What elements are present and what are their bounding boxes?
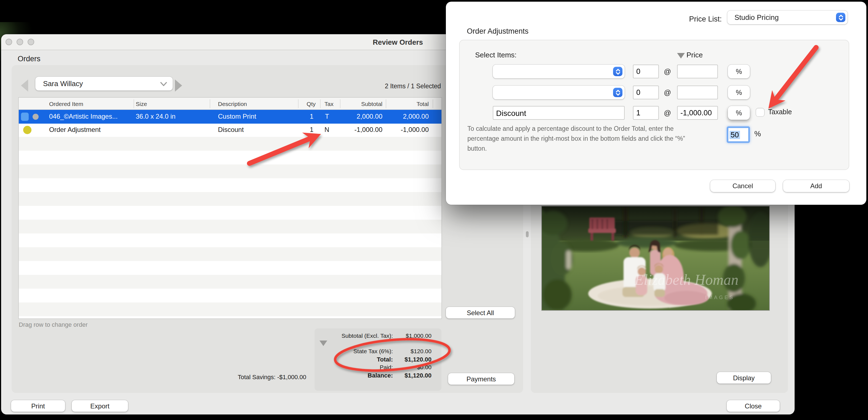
item-popup[interactable] xyxy=(493,65,625,78)
cell-size: 36.0 x 24.0 in xyxy=(136,113,176,120)
total-label: Total: xyxy=(331,356,393,363)
split-view-drag-handle[interactable] xyxy=(526,231,529,237)
desktop: Review Orders Orders Sara Willacy 2 Item… xyxy=(0,0,868,420)
paid-value: $0.00 xyxy=(393,364,432,370)
paid-label: Paid: xyxy=(331,364,393,370)
export-label: Export xyxy=(90,402,109,410)
popup-stepper-icon xyxy=(613,67,622,76)
cell-tax: N xyxy=(324,126,329,133)
dialog-heading: Order Adjustments xyxy=(467,27,529,35)
adjustment-name-field[interactable] xyxy=(493,106,625,120)
items-selected-status: 2 Items / 1 Selected xyxy=(385,83,441,89)
tax-value: $120.00 xyxy=(393,348,432,354)
export-button[interactable]: Export xyxy=(72,400,128,412)
price-list-value: Studio Pricing xyxy=(735,13,779,22)
empty-table-rows xyxy=(19,137,441,319)
percent-button-label: % xyxy=(736,68,742,75)
price-list-label: Price List: xyxy=(656,15,722,23)
orders-section-label: Orders xyxy=(18,55,40,63)
percent-button[interactable]: % xyxy=(728,86,750,99)
column-divider xyxy=(320,99,320,108)
family-portrait-image: Elizabeth Homan IMAGES xyxy=(542,206,769,310)
column-header-subtotal[interactable]: Subtotal xyxy=(349,100,382,107)
column-divider xyxy=(433,99,433,108)
client-dropdown-value: Sara Willacy xyxy=(43,80,83,88)
quantity-field[interactable] xyxy=(633,106,659,120)
selected-item-photo: Elizabeth Homan IMAGES xyxy=(542,206,769,310)
price-list-dropdown[interactable]: Studio Pricing xyxy=(727,10,847,24)
cell-description: Custom Print xyxy=(218,113,256,120)
order-items-table[interactable]: Ordered Item Size Description Qty Tax Su… xyxy=(19,98,441,319)
percent-button[interactable]: % xyxy=(728,106,750,120)
item-color-tag-blue-icon xyxy=(21,113,29,121)
chevron-down-icon xyxy=(160,82,167,86)
cell-subtotal: -1,000.00 xyxy=(349,126,382,133)
quantity-field[interactable] xyxy=(633,65,659,78)
percent-suffix-label: % xyxy=(754,130,761,138)
cancel-button[interactable]: Cancel xyxy=(710,180,775,192)
table-row[interactable]: Order Adjustment Discount 1 N -1,000.00 … xyxy=(19,124,441,137)
close-button[interactable]: Close xyxy=(727,400,780,412)
select-items-label: Select Items: xyxy=(475,51,517,59)
column-header-total[interactable]: Total xyxy=(396,100,429,107)
cell-total: 2,000.00 xyxy=(396,113,429,120)
popup-stepper-icon xyxy=(613,88,622,97)
item-color-tag-yellow-icon xyxy=(23,126,31,134)
balance-value: $1,120.00 xyxy=(393,372,432,379)
column-header-ordered-item[interactable]: Ordered Item xyxy=(49,100,83,107)
column-divider xyxy=(298,99,299,108)
adjustment-row-2: @ % xyxy=(460,86,850,99)
payments-label: Payments xyxy=(467,375,496,383)
price-field[interactable] xyxy=(677,65,718,78)
cell-tax: T xyxy=(325,113,329,120)
close-label: Close xyxy=(745,402,762,410)
item-popup[interactable] xyxy=(493,86,625,99)
column-divider xyxy=(340,99,340,108)
percent-button[interactable]: % xyxy=(728,65,750,78)
percentage-discount-help-text: To calculate and apply a percentage disc… xyxy=(467,124,689,154)
column-header-description[interactable]: Description xyxy=(218,100,247,107)
next-client-arrow-icon[interactable] xyxy=(175,80,182,92)
cell-qty: 1 xyxy=(280,126,313,133)
totals-disclosure-triangle-icon[interactable] xyxy=(319,340,327,346)
percent-button-label: % xyxy=(736,89,742,96)
price-sort-triangle-icon[interactable] xyxy=(677,53,685,59)
column-divider xyxy=(133,99,134,108)
total-savings-text: Total Savings: -$1,000.00 xyxy=(177,373,306,380)
table-header-row[interactable]: Ordered Item Size Description Qty Tax Su… xyxy=(19,98,441,110)
client-dropdown[interactable]: Sara Willacy xyxy=(35,77,173,91)
percent-button-label: % xyxy=(736,109,742,117)
price-field[interactable] xyxy=(677,106,718,120)
balance-label: Balance: xyxy=(331,372,393,379)
column-header-size[interactable]: Size xyxy=(136,100,147,107)
percent-input-value: 50 xyxy=(730,130,740,139)
print-label: Print xyxy=(31,402,45,410)
cell-total: -1,000.00 xyxy=(396,126,429,133)
total-value: $1,120.00 xyxy=(393,356,432,363)
column-header-qty[interactable]: Qty xyxy=(282,100,316,107)
svg-text:Elizabeth Homan: Elizabeth Homan xyxy=(634,272,738,288)
subtotal-label: Subtotal (Excl. Tax): xyxy=(331,332,393,339)
cell-ordered-item: Order Adjustment xyxy=(49,126,101,133)
add-button[interactable]: Add xyxy=(783,180,849,192)
percent-input[interactable]: 50 xyxy=(727,126,750,143)
table-row-selected[interactable]: 046_©Artistic Images... 36.0 x 24.0 in C… xyxy=(19,110,441,124)
cell-ordered-item: 046_©Artistic Images... xyxy=(49,113,118,120)
print-button[interactable]: Print xyxy=(11,400,65,412)
cell-subtotal: 2,000.00 xyxy=(349,113,382,120)
adjustments-form-panel: Select Items: Price @ % xyxy=(459,40,849,170)
payments-button[interactable]: Payments xyxy=(448,373,514,385)
cell-qty: 1 xyxy=(280,113,313,120)
price-field[interactable] xyxy=(677,86,718,99)
adjustment-row-3: @ % Taxable xyxy=(460,106,850,120)
at-symbol: @ xyxy=(664,67,671,76)
cancel-label: Cancel xyxy=(733,182,753,190)
quantity-field[interactable] xyxy=(633,86,659,99)
order-adjustments-dialog: Price List: Studio Pricing Order Adjustm… xyxy=(446,2,866,205)
column-header-tax[interactable]: Tax xyxy=(324,100,334,107)
select-all-button[interactable]: Select All xyxy=(446,307,515,319)
column-divider xyxy=(386,99,386,108)
previous-client-arrow-icon[interactable] xyxy=(21,80,28,92)
display-button[interactable]: Display xyxy=(717,372,771,384)
taxable-checkbox[interactable] xyxy=(756,108,764,116)
